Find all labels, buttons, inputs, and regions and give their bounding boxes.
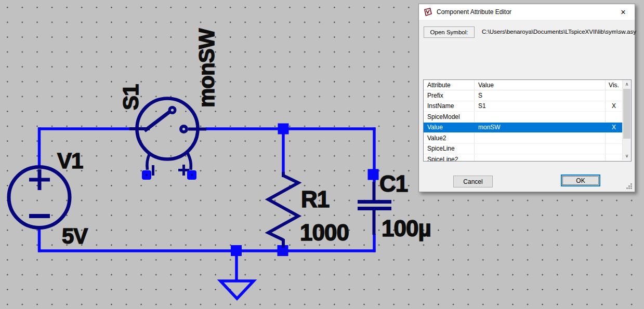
s1-name-label[interactable]: S1 [120, 85, 142, 110]
resize-grip[interactable] [626, 183, 633, 190]
symbol-path-text: C:\Users\benaroya\Documents\LTspiceXVII\… [482, 29, 636, 35]
s1-switch-symbol[interactable] [129, 99, 206, 180]
column-header-vis: Vis. [606, 80, 622, 90]
table-row-spiceline2[interactable]: SpiceLine2 [424, 154, 631, 162]
r1-resistor-symbol[interactable] [268, 172, 298, 248]
r1-name-label[interactable]: R1 [301, 188, 329, 211]
v1-name-label[interactable]: V1 [57, 150, 83, 172]
column-header-value: Value [475, 80, 606, 90]
r1-value-label[interactable]: 1000 [300, 221, 349, 244]
ltspice-logo-icon [424, 8, 432, 17]
table-row-spicemodel[interactable]: SpiceModel [424, 112, 631, 123]
c1-value-label[interactable]: 100µ [382, 217, 431, 240]
table-row-value2[interactable]: Value2 [424, 133, 631, 144]
table-row-prefix[interactable]: Prefix S [424, 90, 631, 101]
close-icon[interactable]: ✕ [612, 4, 635, 20]
attribute-table: Attribute Value Vis. Prefix S InstName S… [423, 79, 632, 162]
cancel-button[interactable]: Cancel [453, 176, 493, 187]
table-header-row: Attribute Value Vis. [424, 80, 631, 90]
s1-value-label[interactable]: monSW [196, 29, 218, 108]
ground-symbol[interactable] [220, 281, 254, 299]
c1-name-label[interactable]: C1 [379, 172, 408, 195]
column-header-attribute: Attribute [424, 80, 475, 90]
ok-button[interactable]: OK [561, 174, 600, 186]
table-scrollbar[interactable]: ∧ ∨ [622, 80, 631, 160]
open-symbol-button[interactable]: Open Symbol: [424, 26, 475, 38]
table-row-value-selected[interactable]: Value monSW X [424, 123, 631, 133]
v1-voltage-source-symbol[interactable] [9, 167, 70, 228]
scrollbar-thumb[interactable] [623, 89, 630, 139]
dialog-titlebar[interactable]: Component Attribute Editor ✕ [419, 4, 635, 20]
scroll-up-icon[interactable]: ∧ [623, 80, 631, 88]
component-attribute-editor-dialog: Component Attribute Editor ✕ Open Symbol… [418, 4, 635, 192]
table-row-spiceline[interactable]: SpiceLine [424, 144, 631, 155]
v1-value-label[interactable]: 5V [62, 225, 87, 247]
dialog-title: Component Attribute Editor [437, 8, 511, 16]
scroll-down-icon[interactable]: ∨ [623, 152, 631, 160]
table-row-instname[interactable]: InstName S1 X [424, 101, 631, 112]
